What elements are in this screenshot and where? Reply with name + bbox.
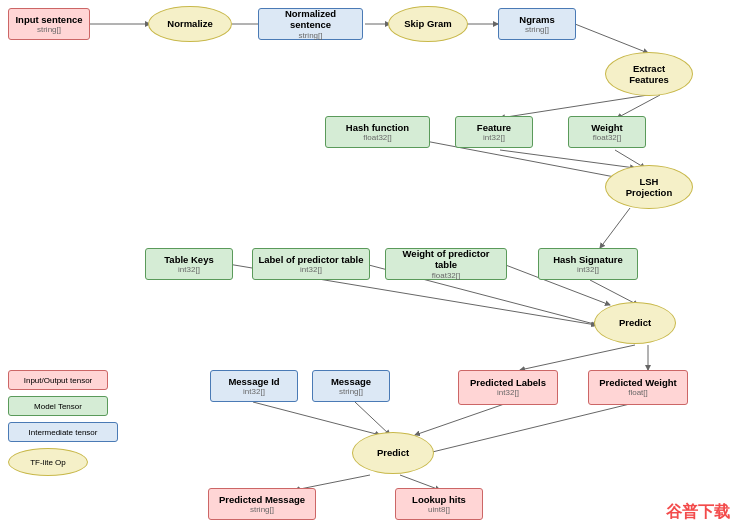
- predict1-node: Predict: [594, 302, 676, 344]
- svg-line-19: [415, 402, 510, 435]
- svg-line-18: [355, 402, 390, 435]
- hash-function-node: Hash function float32[]: [325, 116, 430, 148]
- normalized-sentence-node: Normalized sentence string[]: [258, 8, 363, 40]
- legend: Input/Output tensor Model Tensor Interme…: [8, 370, 118, 482]
- svg-line-15: [520, 345, 635, 370]
- legend-tflite-box: TF-lite Op: [8, 448, 88, 476]
- predict2-node: Predict: [352, 432, 434, 474]
- feature-node: Feature int32[]: [455, 116, 533, 148]
- legend-model: Model Tensor: [8, 396, 118, 416]
- predicted-labels-node: Predicted Labels int32[]: [458, 370, 558, 405]
- predicted-message-node: Predicted Message string[]: [208, 488, 316, 520]
- svg-line-6: [617, 95, 660, 118]
- watermark: 谷普下载: [666, 502, 730, 523]
- extract-features-node: Extract Features: [605, 52, 693, 96]
- predicted-weight-node: Predicted Weight float[]: [588, 370, 688, 405]
- svg-line-4: [575, 24, 648, 53]
- normalize-node: Normalize: [148, 6, 232, 42]
- weight-predictor-node: Weight of predictor table float32[]: [385, 248, 507, 280]
- skip-gram-node: Skip Gram: [388, 6, 468, 42]
- message-id-node: Message Id int32[]: [210, 370, 298, 402]
- svg-line-5: [500, 95, 648, 118]
- legend-model-box: Model Tensor: [8, 396, 108, 416]
- lookup-hits-node: Lookup hits uint8[]: [395, 488, 483, 520]
- legend-intermediate: Intermediate tensor: [8, 422, 118, 442]
- svg-line-10: [600, 208, 630, 248]
- diagram-container: Input sentence string[] Normalize Normal…: [0, 0, 740, 528]
- weight-node: Weight float32[]: [568, 116, 646, 148]
- svg-line-17: [253, 402, 380, 435]
- hash-signature-node: Hash Signature int32[]: [538, 248, 638, 280]
- svg-line-20: [420, 402, 638, 455]
- legend-tflite: TF-lite Op: [8, 448, 118, 476]
- table-keys-node: Table Keys int32[]: [145, 248, 233, 280]
- lsh-projection-node: LSH Projection: [605, 165, 693, 209]
- message-node: Message string[]: [312, 370, 390, 402]
- legend-io: Input/Output tensor: [8, 370, 118, 390]
- input-sentence-node: Input sentence string[]: [8, 8, 90, 40]
- legend-io-box: Input/Output tensor: [8, 370, 108, 390]
- label-predictor-node: Label of predictor table int32[]: [252, 248, 370, 280]
- ngrams-node: Ngrams string[]: [498, 8, 576, 40]
- legend-intermediate-box: Intermediate tensor: [8, 422, 118, 442]
- svg-line-7: [500, 150, 635, 168]
